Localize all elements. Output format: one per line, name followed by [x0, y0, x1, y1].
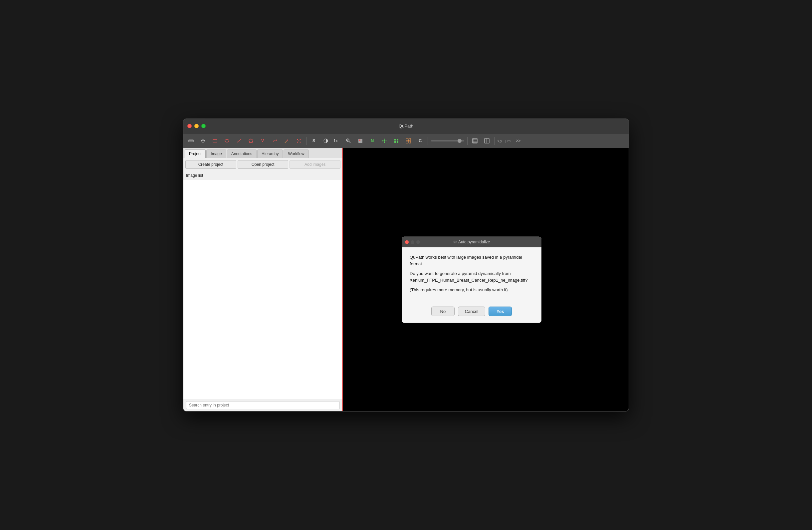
tab-annotations[interactable]: Annotations	[227, 149, 257, 158]
svg-point-26	[382, 140, 383, 141]
close-button[interactable]	[187, 124, 192, 128]
dialog-titlebar: ⚙ Auto pyramidalize	[402, 237, 541, 247]
traffic-lights	[187, 124, 206, 128]
svg-rect-31	[397, 139, 398, 141]
dialog-text-2-content: Do you want to generate a pyramid dynami…	[410, 271, 528, 283]
grid-view-button[interactable]	[391, 136, 402, 146]
table-view-button[interactable]	[469, 136, 480, 146]
svg-point-38	[408, 140, 409, 142]
polygon-tool-button[interactable]	[245, 136, 257, 146]
dialog-buttons: No Cancel Yes	[402, 303, 541, 323]
svg-point-25	[384, 142, 385, 143]
svg-point-15	[297, 142, 298, 143]
toolbar-sep-3	[427, 137, 428, 145]
dialog-yes-button[interactable]: Yes	[489, 306, 512, 316]
svg-rect-33	[397, 141, 398, 143]
dialog-overlay: ⚙ Auto pyramidalize QuPath works best wi…	[343, 148, 629, 411]
s-button[interactable]: S	[308, 136, 319, 146]
dialog-text-1: QuPath works best with large images save…	[410, 254, 534, 267]
svg-rect-44	[484, 139, 489, 143]
dialog-maximize-button[interactable]	[416, 240, 420, 244]
search-input[interactable]	[186, 401, 340, 409]
svg-point-24	[384, 139, 385, 140]
title-bar: QuPath	[183, 119, 629, 133]
panel-tabs: Project Image Annotations Hierarchy Work…	[183, 148, 343, 158]
maximize-button[interactable]	[201, 124, 206, 128]
toolbar-sep-5	[494, 137, 494, 145]
svg-point-27	[386, 140, 386, 141]
toolbar-sep-4	[467, 137, 467, 145]
svg-point-6	[225, 140, 229, 142]
nodes-button[interactable]	[379, 136, 390, 146]
tab-hierarchy[interactable]: Hierarchy	[257, 149, 283, 158]
c-label: C	[419, 138, 422, 143]
tab-workflow[interactable]: Workflow	[284, 149, 308, 158]
spline-tool-button[interactable]	[269, 136, 280, 146]
zoom-icon-button[interactable]	[343, 136, 354, 146]
svg-rect-32	[394, 141, 396, 143]
add-images-button[interactable]: Add images	[290, 160, 340, 169]
minimize-button[interactable]	[194, 124, 199, 128]
panel-actions: Create project Open project Add images	[183, 158, 343, 171]
ruler-tool-button[interactable]	[185, 136, 197, 146]
svg-point-11	[297, 139, 298, 140]
panel-search	[183, 399, 343, 411]
tab-image[interactable]: Image	[206, 149, 226, 158]
ellipse-tool-button[interactable]	[221, 136, 233, 146]
s-label: S	[313, 138, 316, 143]
c-button[interactable]: C	[415, 136, 426, 146]
dialog-body: QuPath works best with large images save…	[402, 247, 541, 303]
wand-tool-button[interactable]	[281, 136, 292, 146]
vee-tool-button[interactable]: V	[257, 136, 269, 146]
svg-point-14	[300, 142, 301, 143]
svg-rect-30	[394, 139, 396, 141]
svg-rect-22	[359, 140, 360, 141]
auto-pyramidalize-dialog: ⚙ Auto pyramidalize QuPath works best wi…	[402, 237, 541, 323]
create-project-button[interactable]: Create project	[185, 160, 236, 169]
svg-point-13	[300, 139, 301, 140]
left-panel: Project Image Annotations Hierarchy Work…	[183, 148, 343, 411]
svg-rect-34	[406, 139, 408, 141]
canvas-panel[interactable]: ⚙ Auto pyramidalize QuPath works best wi…	[343, 148, 629, 411]
dialog-no-button[interactable]: No	[431, 306, 454, 316]
points-tool-button[interactable]	[293, 136, 304, 146]
more-button[interactable]: >>	[512, 136, 524, 146]
n-button[interactable]: N	[367, 136, 378, 146]
dialog-close-button[interactable]	[405, 240, 409, 244]
image-list-content	[183, 180, 343, 399]
dialog-text-2: Do you want to generate a pyramid dynami…	[410, 270, 534, 283]
rectangle-tool-button[interactable]	[209, 136, 221, 146]
dialog-minimize-button[interactable]	[411, 240, 414, 244]
line-tool-button[interactable]	[233, 136, 245, 146]
coords-label: x,y	[496, 139, 504, 143]
svg-line-7	[237, 139, 241, 143]
dialog-traffic-lights	[405, 240, 420, 244]
move-tool-button[interactable]	[197, 136, 209, 146]
toolbar-sep-1	[306, 137, 306, 145]
fill-button[interactable]	[355, 136, 366, 146]
n-label: N	[371, 138, 374, 143]
brightness-slider[interactable]	[431, 140, 464, 142]
svg-text:V: V	[261, 139, 264, 143]
tab-project[interactable]: Project	[185, 149, 206, 158]
svg-rect-36	[406, 141, 408, 143]
panel-toggle-button[interactable]	[481, 136, 493, 146]
app-title: QuPath	[399, 124, 413, 129]
svg-marker-8	[249, 139, 253, 143]
svg-rect-35	[409, 139, 411, 141]
dialog-text-3: (This requires more memory, but is usual…	[410, 287, 534, 293]
svg-line-18	[349, 141, 350, 143]
svg-point-12	[299, 140, 300, 141]
dialog-title-icon: ⚙	[453, 240, 457, 244]
zoom-level: 1x	[332, 138, 339, 144]
contrast-button[interactable]	[320, 136, 332, 146]
more-label: >>	[516, 139, 521, 143]
image-list-header: Image list	[183, 171, 343, 180]
main-toolbar: V S	[183, 133, 629, 148]
detect-button[interactable]	[403, 136, 414, 146]
app-window: QuPath	[183, 118, 629, 412]
micron-label: μm	[504, 139, 512, 143]
dialog-title: Auto pyramidalize	[458, 240, 490, 244]
open-project-button[interactable]: Open project	[237, 160, 289, 169]
dialog-cancel-button[interactable]: Cancel	[458, 306, 485, 316]
